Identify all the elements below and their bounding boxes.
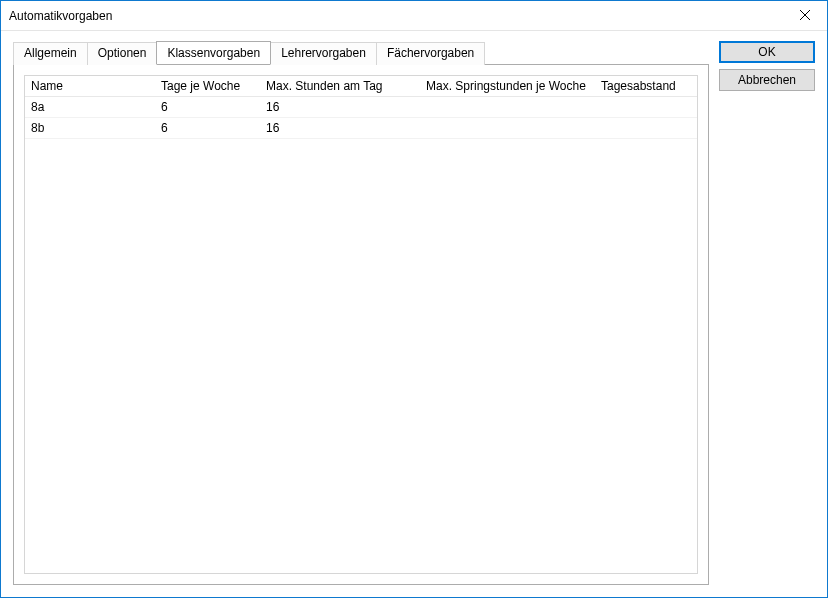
title-bar: Automatikvorgaben — [1, 1, 827, 31]
cell-name[interactable]: 8a — [25, 97, 155, 118]
table-row[interactable]: 8b 6 16 — [25, 118, 697, 139]
col-header-spr[interactable]: Max. Springstunden je Woche — [420, 76, 595, 97]
table-header-row: Name Tage je Woche Max. Stunden am Tag M… — [25, 76, 697, 97]
col-header-name[interactable]: Name — [25, 76, 155, 97]
cell-max[interactable]: 16 — [260, 97, 420, 118]
tab-optionen[interactable]: Optionen — [87, 42, 158, 65]
tab-faechervorgaben[interactable]: Fächervorgaben — [376, 42, 485, 65]
tab-control: Allgemein Optionen Klassenvorgaben Lehre… — [13, 41, 709, 585]
cell-days[interactable]: 6 — [155, 118, 260, 139]
cancel-button[interactable]: Abbrechen — [719, 69, 815, 91]
tab-body: Name Tage je Woche Max. Stunden am Tag M… — [13, 64, 709, 585]
cell-max[interactable]: 16 — [260, 118, 420, 139]
tab-allgemein[interactable]: Allgemein — [13, 42, 88, 65]
tab-lehrervorgaben[interactable]: Lehrervorgaben — [270, 42, 377, 65]
class-defaults-table[interactable]: Name Tage je Woche Max. Stunden am Tag M… — [25, 76, 697, 139]
grid-container: Name Tage je Woche Max. Stunden am Tag M… — [24, 75, 698, 574]
cell-spr[interactable] — [420, 97, 595, 118]
cell-spr[interactable] — [420, 118, 595, 139]
cell-name[interactable]: 8b — [25, 118, 155, 139]
cell-dist[interactable] — [595, 118, 697, 139]
tab-klassenvorgaben[interactable]: Klassenvorgaben — [156, 41, 271, 64]
button-column: OK Abbrechen — [719, 41, 815, 585]
ok-button[interactable]: OK — [719, 41, 815, 63]
window-title: Automatikvorgaben — [9, 9, 782, 23]
cell-days[interactable]: 6 — [155, 97, 260, 118]
cell-dist[interactable] — [595, 97, 697, 118]
table-row[interactable]: 8a 6 16 — [25, 97, 697, 118]
client-area: Allgemein Optionen Klassenvorgaben Lehre… — [1, 31, 827, 597]
col-header-days[interactable]: Tage je Woche — [155, 76, 260, 97]
close-button[interactable] — [782, 1, 827, 31]
col-header-dist[interactable]: Tagesabstand — [595, 76, 697, 97]
tab-strip: Allgemein Optionen Klassenvorgaben Lehre… — [13, 41, 709, 64]
col-header-max[interactable]: Max. Stunden am Tag — [260, 76, 420, 97]
dialog-window: Automatikvorgaben Allgemein Optionen Kla… — [0, 0, 828, 598]
close-icon — [800, 9, 810, 23]
